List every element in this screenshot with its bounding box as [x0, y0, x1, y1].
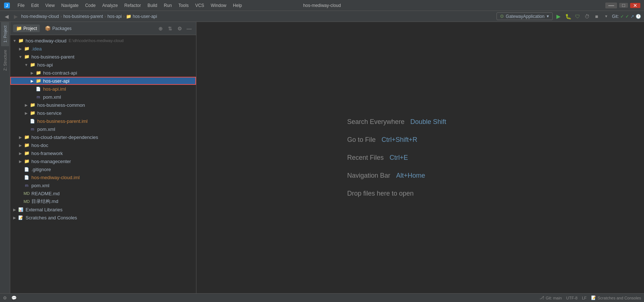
profiler-button[interactable]: ⏱	[583, 13, 591, 20]
tree-item-root[interactable]: ▼ 📁 hos-mediway-cloud E:\dh\code\hos-med…	[10, 37, 196, 45]
menu-run[interactable]: Run	[161, 2, 175, 9]
tree-item-hos-contract-api[interactable]: ▶ 📁 hos-contract-api	[10, 69, 196, 77]
more-run-button[interactable]: ▼	[602, 13, 610, 20]
close-button[interactable]: ✕	[630, 3, 640, 8]
app-logo: J	[4, 2, 10, 9]
tree-label-hua: hos-user-api	[43, 78, 69, 84]
tree-item-readme[interactable]: MD README.md	[10, 189, 196, 197]
tool-sort-btn[interactable]: ⇅	[166, 24, 174, 33]
menu-analyze[interactable]: Analyze	[99, 2, 121, 9]
tool-settings-btn[interactable]: ⚙	[176, 24, 184, 33]
tab-project[interactable]: 📁 Project	[13, 24, 40, 32]
git-push-icon[interactable]: ↗	[630, 14, 634, 19]
tree-item-hos-business-parent[interactable]: ▼ 📁 hos-business-parent	[10, 53, 196, 61]
sidebar-tab-project[interactable]: 1: Project	[1, 22, 9, 46]
file-icon-scratches: 📝	[18, 214, 24, 221]
tree-item-root-iml[interactable]: 📄 hos-mediway-cloud.iml	[10, 173, 196, 181]
scratches-icon: 📝	[591, 295, 596, 300]
stop-icon: ■	[595, 14, 598, 19]
coverage-button[interactable]: 🛡	[574, 13, 581, 20]
breadcrumb-api[interactable]: hos-api	[107, 14, 122, 19]
tool-expand-btn[interactable]: ⊕	[157, 24, 165, 33]
run-config-selector[interactable]: ⚙ GatewayApplication ▼	[497, 12, 553, 20]
status-scratches-bar[interactable]: 📝 Scratches and Consoles	[591, 295, 641, 300]
breadcrumb-current[interactable]: hos-user-api	[133, 14, 157, 19]
breadcrumb-icon: 📁	[126, 14, 131, 19]
goto-shortcut[interactable]: Ctrl+Shift+R	[382, 136, 417, 144]
breadcrumb-sep-2: ›	[104, 14, 106, 19]
tree-item-hos-api[interactable]: ▼ 📁 hos-api	[10, 61, 196, 69]
tree-item-hbp-iml[interactable]: 📄 hos-business-parent.iml	[10, 117, 196, 125]
debug-button[interactable]: 🐛	[564, 13, 572, 20]
tree-item-hos-business-common[interactable]: ▶ 📁 hos-business-common	[10, 101, 196, 109]
status-settings[interactable]: ⚙	[3, 295, 7, 301]
tree-item-pom-root[interactable]: m pom.xml	[10, 181, 196, 189]
tree-item-hos-doc[interactable]: ▶ 📁 hos-doc	[10, 141, 196, 149]
tab-packages[interactable]: 📦 Packages	[42, 24, 74, 32]
tree-item-hos-service[interactable]: ▶ 📁 hos-service	[10, 109, 196, 117]
panel-header: 📁 Project 📦 Packages ⊕ ⇅ ⚙ —	[10, 22, 196, 35]
status-line-ending[interactable]: LF	[582, 296, 587, 300]
status-encoding[interactable]: UTF-8	[566, 296, 578, 300]
menu-vcs[interactable]: VCS	[192, 2, 207, 9]
side-tabs: 1: Project Z: Structure	[0, 22, 10, 293]
tree-item-hos-managecenter[interactable]: ▶ 📁 hos-managecenter	[10, 157, 196, 165]
menu-build[interactable]: Build	[145, 2, 160, 9]
stop-button[interactable]: ■	[593, 13, 600, 20]
status-messages[interactable]: 💬	[11, 295, 18, 301]
arrow-hmc: ▶	[18, 159, 23, 163]
folder-icon-hmc: 📁	[23, 158, 30, 165]
arrow-extlibs: ▶	[12, 208, 18, 212]
tree-label-pom-api: pom.xml	[43, 94, 61, 100]
tree-item-hos-api-iml[interactable]: 📄 hos-api.iml	[10, 85, 196, 93]
git-check-2[interactable]: ✓	[625, 14, 629, 19]
menu-navigate[interactable]: Navigate	[58, 2, 81, 9]
tree-item-gitignore[interactable]: 📄 .gitignore	[10, 165, 196, 173]
git-branch-label: Git: main	[546, 296, 562, 300]
menu-refactor[interactable]: Refactor	[122, 2, 144, 9]
svg-text:J: J	[6, 4, 8, 8]
tree-item-idea[interactable]: ▶ 📁 .idea	[10, 45, 196, 53]
arrow-hbc: ▶	[23, 103, 29, 107]
recent-shortcut[interactable]: Ctrl+E	[390, 154, 408, 162]
menu-view[interactable]: View	[42, 2, 58, 9]
tree-item-dir-md[interactable]: MD 目录结构.md	[10, 197, 196, 205]
run-button[interactable]: ▶	[555, 13, 562, 20]
tree-item-hos-framework[interactable]: ▶ 📁 hos-framework	[10, 149, 196, 157]
back-button[interactable]: ◀	[3, 13, 11, 20]
tree-item-pom-api[interactable]: m pom.xml	[10, 93, 196, 101]
tree-item-hos-user-api[interactable]: ▶ 📁 hos-user-api	[10, 77, 196, 85]
tree-label-hs: hos-service	[37, 110, 61, 116]
tree-label-scratches: Scratches and Consoles	[26, 215, 77, 220]
tree-item-pom-business[interactable]: m pom.xml	[10, 125, 196, 133]
breadcrumb-root[interactable]: hos-mediway-cloud	[21, 14, 59, 19]
menu-tools[interactable]: Tools	[176, 2, 192, 9]
tree-item-scratches[interactable]: ▶ 📝 Scratches and Consoles	[10, 214, 196, 222]
tool-close-btn[interactable]: —	[185, 24, 193, 33]
menu-help[interactable]: Help	[230, 2, 245, 9]
navbar-shortcut[interactable]: Alt+Home	[396, 172, 425, 180]
run-config-icon: ⚙	[500, 14, 504, 19]
tree-item-hcsd[interactable]: ▶ 📁 hos-cloud-starter-dependencies	[10, 133, 196, 141]
sidebar-tab-structure[interactable]: Z: Structure	[1, 46, 9, 74]
menu-code[interactable]: Code	[82, 2, 99, 9]
settings-icon: ⚙	[3, 295, 7, 301]
breadcrumb-parent[interactable]: hos-business-parent	[63, 14, 103, 19]
git-history-icon[interactable]: 🕐	[636, 14, 641, 19]
maximize-button[interactable]: □	[619, 3, 628, 8]
file-icon-aiml: 📄	[35, 86, 42, 92]
minimize-button[interactable]: —	[605, 3, 617, 8]
menu-file[interactable]: File	[15, 2, 27, 9]
messages-icon: 💬	[11, 295, 17, 301]
forward-button[interactable]: ▶	[12, 13, 20, 20]
search-shortcut[interactable]: Double Shift	[410, 118, 446, 126]
tree-item-external-libs[interactable]: ▶ 📊 External Libraries	[10, 205, 196, 214]
status-git[interactable]: ⎇ Git: main	[540, 295, 562, 300]
git-check-1[interactable]: ✓	[620, 14, 624, 19]
editor-area: Search Everywhere Double Shift Go to Fil…	[196, 22, 644, 293]
menu-window[interactable]: Window	[208, 2, 229, 9]
menu-edit[interactable]: Edit	[28, 2, 42, 9]
welcome-row-goto: Go to File Ctrl+Shift+R	[347, 136, 493, 144]
arrow-hdoc: ▶	[18, 143, 23, 147]
folder-icon-hbp: 📁	[23, 53, 30, 60]
